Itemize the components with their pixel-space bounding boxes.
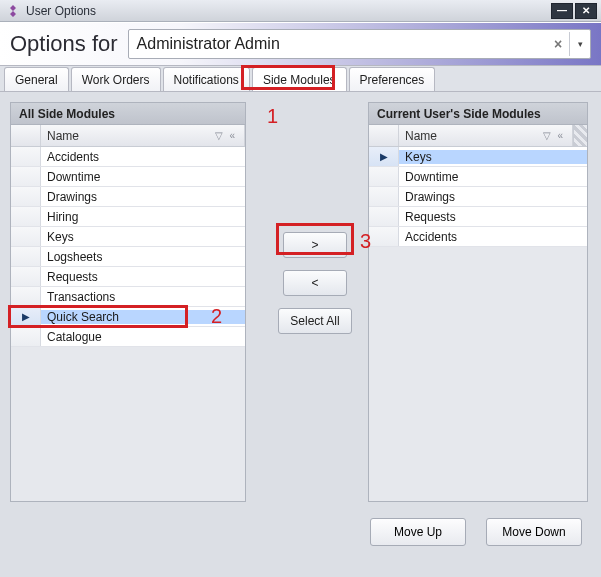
move-down-label: Move Down xyxy=(502,525,565,539)
cell: Accidents xyxy=(399,230,587,244)
row-handle xyxy=(11,227,41,246)
column-label: Name xyxy=(47,129,212,143)
cell: Downtime xyxy=(41,170,245,184)
tab-label: Work Orders xyxy=(82,73,150,87)
callout-3: 3 xyxy=(360,230,371,253)
grid-header: Name ▽ « xyxy=(369,125,587,147)
list-item[interactable]: ▶Keys xyxy=(369,147,587,167)
tab-work-orders[interactable]: Work Orders xyxy=(71,67,161,91)
add-button[interactable]: > xyxy=(283,232,347,258)
move-up-button[interactable]: Move Up xyxy=(370,518,466,546)
row-handle-header xyxy=(11,125,41,146)
cell: Drawings xyxy=(41,190,245,204)
user-combobox-value: Administrator Admin xyxy=(137,35,549,53)
panel-title: All Side Modules xyxy=(19,107,115,121)
list-item[interactable]: Accidents xyxy=(11,147,245,167)
tab-label: General xyxy=(15,73,58,87)
panel-heading: All Side Modules xyxy=(11,103,245,125)
collapse-icon[interactable]: « xyxy=(554,130,566,141)
cell: Requests xyxy=(41,270,245,284)
list-item[interactable]: ▶Quick Search xyxy=(11,307,245,327)
row-handle xyxy=(369,227,399,246)
remove-button-label: < xyxy=(311,276,318,290)
tab-label: Notifications xyxy=(174,73,239,87)
list-item[interactable]: Accidents xyxy=(369,227,587,247)
row-handle xyxy=(11,167,41,186)
select-all-button[interactable]: Select All xyxy=(278,308,352,334)
move-down-button[interactable]: Move Down xyxy=(486,518,582,546)
row-handle: ▶ xyxy=(11,307,41,326)
tab-preferences[interactable]: Preferences xyxy=(349,67,436,91)
row-handle-header xyxy=(369,125,399,146)
tab-notifications[interactable]: Notifications xyxy=(163,67,250,91)
row-handle xyxy=(369,167,399,186)
list-item[interactable]: Downtime xyxy=(369,167,587,187)
column-name[interactable]: Name ▽ « xyxy=(399,125,573,146)
cell: Catalogue xyxy=(41,330,245,344)
row-handle xyxy=(369,187,399,206)
cell: Accidents xyxy=(41,150,245,164)
clear-icon[interactable]: × xyxy=(549,36,567,52)
row-handle xyxy=(11,267,41,286)
row-handle xyxy=(11,187,41,206)
collapse-icon[interactable]: « xyxy=(226,130,238,141)
options-for-row: Options for Administrator Admin × ▾ xyxy=(0,22,601,66)
list-item[interactable]: Logsheets xyxy=(11,247,245,267)
select-all-label: Select All xyxy=(290,314,339,328)
current-user-modules-panel: Current User's Side Modules Name ▽ « ▶Ke… xyxy=(368,102,588,502)
add-button-label: > xyxy=(311,238,318,252)
list-item[interactable]: Drawings xyxy=(369,187,587,207)
panel-heading: Current User's Side Modules xyxy=(369,103,587,125)
tab-general[interactable]: General xyxy=(4,67,69,91)
cell: Drawings xyxy=(399,190,587,204)
list-item[interactable]: Catalogue xyxy=(11,327,245,347)
move-up-label: Move Up xyxy=(394,525,442,539)
column-label: Name xyxy=(405,129,540,143)
chevron-down-icon[interactable]: ▾ xyxy=(572,39,588,49)
remove-button[interactable]: < xyxy=(283,270,347,296)
window-title: User Options xyxy=(26,4,549,18)
column-resizer[interactable] xyxy=(573,125,587,146)
titlebar: User Options — ✕ xyxy=(0,0,601,22)
options-for-label: Options for xyxy=(10,31,118,57)
cell: Keys xyxy=(41,230,245,244)
grid-rows: ▶Keys Downtime Drawings Requests Acciden… xyxy=(369,147,587,247)
list-item[interactable]: Requests xyxy=(11,267,245,287)
client-area: All Side Modules Name ▽ « Accidents Down… xyxy=(0,92,601,577)
grid-header: Name ▽ « xyxy=(11,125,245,147)
filter-icon[interactable]: ▽ xyxy=(212,130,226,141)
list-item[interactable]: Downtime xyxy=(11,167,245,187)
row-handle xyxy=(11,147,41,166)
list-item[interactable]: Hiring xyxy=(11,207,245,227)
user-combobox[interactable]: Administrator Admin × ▾ xyxy=(128,29,591,59)
callout-1: 1 xyxy=(267,105,278,128)
row-handle xyxy=(11,287,41,306)
row-handle xyxy=(11,247,41,266)
row-handle xyxy=(11,207,41,226)
minimize-button[interactable]: — xyxy=(551,3,573,19)
list-item[interactable]: Keys xyxy=(11,227,245,247)
list-item[interactable]: Requests xyxy=(369,207,587,227)
panel-title: Current User's Side Modules xyxy=(377,107,541,121)
cell: Downtime xyxy=(399,170,587,184)
tab-label: Side Modules xyxy=(263,73,336,87)
tab-side-modules[interactable]: Side Modules xyxy=(252,67,347,91)
app-icon xyxy=(6,4,20,18)
list-item[interactable]: Transactions xyxy=(11,287,245,307)
grid-rows: Accidents Downtime Drawings Hiring Keys … xyxy=(11,147,245,347)
cell: Keys xyxy=(399,150,587,164)
row-handle xyxy=(369,207,399,226)
tabstrip: General Work Orders Notifications Side M… xyxy=(0,66,601,92)
cell: Transactions xyxy=(41,290,245,304)
cell: Hiring xyxy=(41,210,245,224)
column-name[interactable]: Name ▽ « xyxy=(41,125,245,146)
filter-icon[interactable]: ▽ xyxy=(540,130,554,141)
row-handle: ▶ xyxy=(369,147,399,166)
all-side-modules-panel: All Side Modules Name ▽ « Accidents Down… xyxy=(10,102,246,502)
callout-2: 2 xyxy=(211,305,222,328)
close-button[interactable]: ✕ xyxy=(575,3,597,19)
tab-label: Preferences xyxy=(360,73,425,87)
row-handle xyxy=(11,327,41,346)
list-item[interactable]: Drawings xyxy=(11,187,245,207)
cell: Requests xyxy=(399,210,587,224)
